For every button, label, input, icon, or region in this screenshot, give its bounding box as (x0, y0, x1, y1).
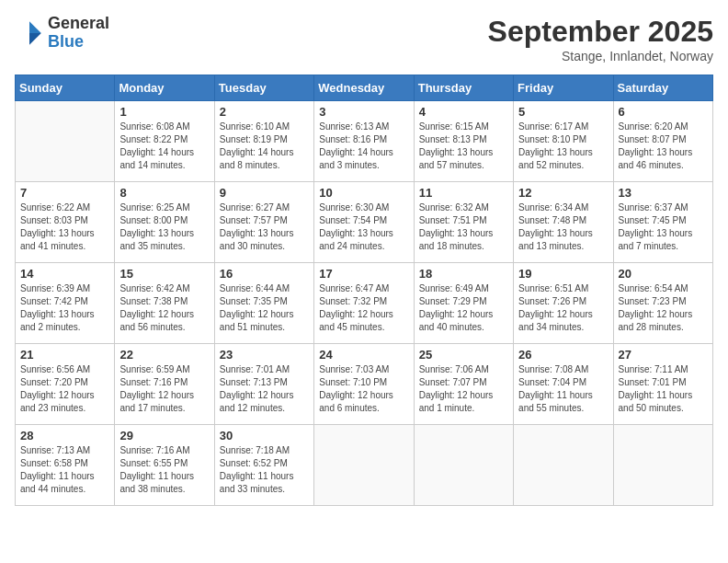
page-header: General Blue September 2025 Stange, Innl… (15, 15, 713, 63)
day-info: Sunrise: 6:56 AM Sunset: 7:20 PM Dayligh… (20, 363, 109, 415)
day-info: Sunrise: 6:34 AM Sunset: 7:48 PM Dayligh… (518, 201, 608, 253)
days-header-row: SundayMondayTuesdayWednesdayThursdayFrid… (16, 75, 713, 101)
day-number: 23 (220, 348, 309, 362)
day-info: Sunrise: 7:13 AM Sunset: 6:58 PM Dayligh… (20, 444, 109, 496)
calendar-cell: 7Sunrise: 6:22 AM Sunset: 8:03 PM Daylig… (16, 182, 115, 263)
calendar-cell (314, 425, 414, 506)
day-info: Sunrise: 6:15 AM Sunset: 8:13 PM Dayligh… (419, 121, 508, 172)
calendar-cell: 15Sunrise: 6:42 AM Sunset: 7:38 PM Dayli… (115, 263, 214, 344)
week-row-4: 21Sunrise: 6:56 AM Sunset: 7:20 PM Dayli… (16, 344, 713, 425)
day-number: 6 (619, 105, 708, 119)
day-number: 18 (419, 267, 508, 281)
calendar-cell: 18Sunrise: 6:49 AM Sunset: 7:29 PM Dayli… (414, 263, 513, 344)
day-info: Sunrise: 7:01 AM Sunset: 7:13 PM Dayligh… (220, 363, 309, 415)
day-info: Sunrise: 6:20 AM Sunset: 8:07 PM Dayligh… (619, 121, 708, 172)
logo-blue: Blue (48, 33, 109, 52)
day-number: 13 (619, 186, 708, 200)
calendar-cell: 28Sunrise: 7:13 AM Sunset: 6:58 PM Dayli… (16, 425, 115, 506)
week-row-5: 28Sunrise: 7:13 AM Sunset: 6:58 PM Dayli… (16, 425, 713, 506)
day-number: 16 (220, 267, 309, 281)
logo-text: General Blue (48, 15, 109, 52)
calendar-cell: 13Sunrise: 6:37 AM Sunset: 7:45 PM Dayli… (613, 182, 712, 263)
calendar-cell: 4Sunrise: 6:15 AM Sunset: 8:13 PM Daylig… (414, 101, 513, 182)
calendar-cell: 29Sunrise: 7:16 AM Sunset: 6:55 PM Dayli… (115, 425, 214, 506)
logo-general: General (48, 15, 109, 33)
location-title: Stange, Innlandet, Norway (488, 49, 713, 63)
calendar-cell (613, 425, 712, 506)
calendar-cell: 2Sunrise: 6:10 AM Sunset: 8:19 PM Daylig… (214, 101, 313, 182)
calendar-cell: 24Sunrise: 7:03 AM Sunset: 7:10 PM Dayli… (314, 344, 414, 425)
day-info: Sunrise: 6:27 AM Sunset: 7:57 PM Dayligh… (220, 201, 309, 253)
day-number: 29 (119, 429, 209, 442)
calendar-cell: 8Sunrise: 6:25 AM Sunset: 8:00 PM Daylig… (115, 182, 214, 263)
day-info: Sunrise: 6:51 AM Sunset: 7:26 PM Dayligh… (518, 282, 608, 334)
logo-icon (15, 18, 44, 48)
day-info: Sunrise: 6:17 AM Sunset: 8:10 PM Dayligh… (518, 121, 608, 172)
day-number: 30 (220, 429, 309, 442)
calendar-cell: 21Sunrise: 6:56 AM Sunset: 7:20 PM Dayli… (16, 344, 115, 425)
day-number: 10 (319, 186, 408, 200)
day-header-monday: Monday (115, 75, 214, 101)
day-info: Sunrise: 7:18 AM Sunset: 6:52 PM Dayligh… (220, 444, 309, 496)
day-info: Sunrise: 6:10 AM Sunset: 8:19 PM Dayligh… (220, 121, 309, 172)
day-number: 20 (619, 267, 708, 281)
week-row-2: 7Sunrise: 6:22 AM Sunset: 8:03 PM Daylig… (16, 182, 713, 263)
day-info: Sunrise: 6:44 AM Sunset: 7:35 PM Dayligh… (220, 282, 309, 334)
day-info: Sunrise: 6:49 AM Sunset: 7:29 PM Dayligh… (419, 282, 508, 334)
day-info: Sunrise: 6:13 AM Sunset: 8:16 PM Dayligh… (319, 121, 408, 172)
calendar-cell: 23Sunrise: 7:01 AM Sunset: 7:13 PM Dayli… (214, 344, 313, 425)
day-number: 19 (518, 267, 608, 281)
calendar-cell (514, 425, 613, 506)
calendar-cell: 10Sunrise: 6:30 AM Sunset: 7:54 PM Dayli… (314, 182, 414, 263)
calendar-cell (414, 425, 513, 506)
month-title: September 2025 (488, 15, 713, 49)
title-block: September 2025 Stange, Innlandet, Norway (488, 15, 713, 63)
calendar-cell: 19Sunrise: 6:51 AM Sunset: 7:26 PM Dayli… (514, 263, 613, 344)
day-number: 27 (619, 348, 708, 362)
day-info: Sunrise: 7:16 AM Sunset: 6:55 PM Dayligh… (119, 444, 209, 496)
day-number: 21 (20, 348, 109, 362)
day-info: Sunrise: 6:30 AM Sunset: 7:54 PM Dayligh… (319, 201, 408, 253)
svg-marker-0 (29, 21, 41, 33)
day-number: 11 (419, 186, 508, 200)
calendar-cell: 5Sunrise: 6:17 AM Sunset: 8:10 PM Daylig… (514, 101, 613, 182)
day-number: 1 (119, 105, 209, 119)
day-number: 12 (518, 186, 608, 200)
day-header-thursday: Thursday (414, 75, 513, 101)
day-header-tuesday: Tuesday (214, 75, 313, 101)
day-info: Sunrise: 6:47 AM Sunset: 7:32 PM Dayligh… (319, 282, 408, 334)
day-info: Sunrise: 7:03 AM Sunset: 7:10 PM Dayligh… (319, 363, 408, 415)
day-number: 7 (20, 186, 109, 200)
day-info: Sunrise: 7:11 AM Sunset: 7:01 PM Dayligh… (619, 363, 708, 415)
calendar-cell: 26Sunrise: 7:08 AM Sunset: 7:04 PM Dayli… (514, 344, 613, 425)
calendar-cell: 9Sunrise: 6:27 AM Sunset: 7:57 PM Daylig… (214, 182, 313, 263)
day-number: 8 (119, 186, 209, 200)
calendar-cell: 22Sunrise: 6:59 AM Sunset: 7:16 PM Dayli… (115, 344, 214, 425)
day-header-friday: Friday (514, 75, 613, 101)
day-number: 14 (20, 267, 109, 281)
day-header-wednesday: Wednesday (314, 75, 414, 101)
day-info: Sunrise: 6:32 AM Sunset: 7:51 PM Dayligh… (419, 201, 508, 253)
calendar-cell: 3Sunrise: 6:13 AM Sunset: 8:16 PM Daylig… (314, 101, 414, 182)
day-info: Sunrise: 7:06 AM Sunset: 7:07 PM Dayligh… (419, 363, 508, 415)
calendar-cell: 12Sunrise: 6:34 AM Sunset: 7:48 PM Dayli… (514, 182, 613, 263)
day-number: 4 (419, 105, 508, 119)
day-number: 28 (20, 429, 109, 442)
day-info: Sunrise: 6:59 AM Sunset: 7:16 PM Dayligh… (119, 363, 209, 415)
day-info: Sunrise: 6:37 AM Sunset: 7:45 PM Dayligh… (619, 201, 708, 253)
svg-marker-1 (29, 33, 41, 45)
day-number: 3 (319, 105, 408, 119)
day-number: 15 (119, 267, 209, 281)
day-number: 26 (518, 348, 608, 362)
day-number: 2 (220, 105, 309, 119)
calendar-cell: 16Sunrise: 6:44 AM Sunset: 7:35 PM Dayli… (214, 263, 313, 344)
calendar-cell: 17Sunrise: 6:47 AM Sunset: 7:32 PM Dayli… (314, 263, 414, 344)
day-number: 9 (220, 186, 309, 200)
calendar-cell: 14Sunrise: 6:39 AM Sunset: 7:42 PM Dayli… (16, 263, 115, 344)
day-number: 25 (419, 348, 508, 362)
calendar-cell: 20Sunrise: 6:54 AM Sunset: 7:23 PM Dayli… (613, 263, 712, 344)
day-number: 5 (518, 105, 608, 119)
calendar-table: SundayMondayTuesdayWednesdayThursdayFrid… (15, 75, 713, 506)
day-info: Sunrise: 6:39 AM Sunset: 7:42 PM Dayligh… (20, 282, 109, 334)
day-header-sunday: Sunday (16, 75, 115, 101)
